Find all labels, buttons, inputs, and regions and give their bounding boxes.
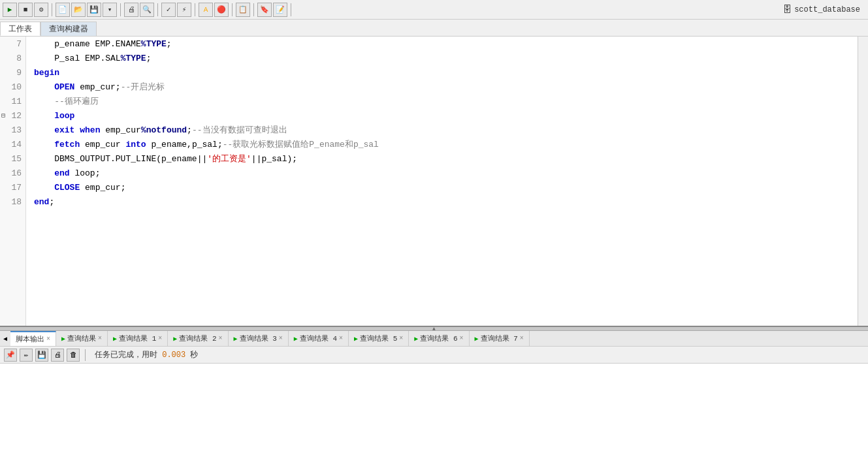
search-button[interactable]: 🔍 bbox=[140, 3, 154, 17]
bottom-tab-label-7: 查询结果 6 bbox=[420, 334, 457, 343]
extra-button[interactable]: 📝 bbox=[273, 3, 287, 17]
stop-button[interactable]: ■ bbox=[18, 3, 33, 17]
tab-play-icon-1: ▶ bbox=[61, 335, 65, 343]
db-name: scott_database bbox=[794, 5, 860, 14]
tab-play-icon-2: ▶ bbox=[113, 335, 117, 343]
bottom-tab-4[interactable]: ▶查询结果 3 × bbox=[229, 331, 289, 346]
bottom-tab-label-2: 查询结果 1 bbox=[119, 334, 156, 343]
fold-icon-12[interactable]: ⊟ bbox=[1, 112, 5, 119]
bottom-tab-label-5: 查询结果 4 bbox=[300, 334, 337, 343]
code-line-10: OPEN emp_cur;--开启光标 bbox=[26, 80, 858, 94]
editor-container: 7891011⊟12131415161718 p_ename EMP.ENAME… bbox=[0, 37, 868, 326]
status-message: 任务已完成，用时 0.003 秒 bbox=[95, 349, 198, 360]
bottom-tab-close-6[interactable]: × bbox=[399, 335, 403, 342]
bottom-tab-2[interactable]: ▶查询结果 1 × bbox=[108, 331, 168, 346]
vertical-scrollbar[interactable] bbox=[858, 37, 868, 326]
editor-tabs: 工作表 查询构建器 bbox=[0, 20, 868, 37]
open-button[interactable]: 📂 bbox=[71, 3, 86, 17]
bottom-tab-label-6: 查询结果 5 bbox=[360, 334, 397, 343]
code-line-7: p_ename EMP.ENAME%TYPE; bbox=[26, 37, 858, 51]
tab-play-icon-8: ▶ bbox=[475, 335, 479, 343]
sep7 bbox=[291, 3, 291, 16]
code-line-16: end loop; bbox=[26, 166, 858, 180]
pin-button[interactable]: 📌 bbox=[4, 349, 17, 362]
db-icon: 🗄 bbox=[782, 5, 792, 15]
code-editor[interactable]: p_ename EMP.ENAME%TYPE; P_sal EMP.SAL%TY… bbox=[26, 37, 858, 326]
history-button[interactable]: 🔖 bbox=[257, 3, 272, 17]
bottom-tab-5[interactable]: ▶查询结果 4 × bbox=[289, 331, 349, 346]
bottom-tab-label-8: 查询结果 7 bbox=[481, 334, 518, 343]
bottom-tab-close-1[interactable]: × bbox=[98, 335, 102, 342]
code-line-9: begin bbox=[26, 65, 858, 80]
output-toolbar: 📌 ✏ 💾 🖨 🗑 任务已完成，用时 0.003 秒 bbox=[0, 347, 868, 364]
sep4 bbox=[195, 3, 195, 16]
line-num-14: 14 bbox=[0, 137, 25, 151]
bottom-tab-8[interactable]: ▶查询结果 7 × bbox=[470, 331, 530, 346]
code-line-14: fetch emp_cur into p_ename,p_sal;--获取光标数… bbox=[26, 137, 858, 151]
sep2 bbox=[120, 3, 121, 16]
bottom-sep bbox=[85, 349, 86, 361]
paste-button[interactable]: 📋 bbox=[236, 3, 250, 17]
code-line-8: P_sal EMP.SAL%TYPE; bbox=[26, 51, 858, 65]
code-line-15: DBMS_OUTPUT.PUT_LINE(p_ename||'的工资是'||p_… bbox=[26, 151, 858, 166]
tab-play-icon-3: ▶ bbox=[173, 335, 177, 343]
tab-worksheet[interactable]: 工作表 bbox=[0, 22, 40, 36]
print-button[interactable]: 🖨 bbox=[124, 3, 138, 17]
check-button[interactable]: ✓ bbox=[161, 3, 176, 17]
line-num-17: 17 bbox=[0, 180, 25, 195]
tab-play-icon-6: ▶ bbox=[354, 335, 358, 343]
db-connection-label: 🗄 scott_database bbox=[782, 5, 865, 15]
save-button[interactable]: 💾 bbox=[87, 3, 101, 17]
line-num-11: 11 bbox=[0, 94, 25, 108]
bottom-tab-close-5[interactable]: × bbox=[339, 335, 343, 342]
code-line-11: --循环遍历 bbox=[26, 94, 858, 108]
bottom-tab-close-2[interactable]: × bbox=[158, 335, 162, 342]
line-num-12: ⊟12 bbox=[0, 108, 25, 123]
bottom-tab-6[interactable]: ▶查询结果 5 × bbox=[349, 331, 409, 346]
line-numbers: 7891011⊟12131415161718 bbox=[0, 37, 26, 326]
print-output-button[interactable]: 🖨 bbox=[51, 349, 64, 362]
bottom-tab-close-4[interactable]: × bbox=[279, 335, 283, 342]
line-num-9: 9 bbox=[0, 65, 25, 80]
run-button[interactable]: ▶ bbox=[3, 3, 17, 17]
edit-output-button[interactable]: ✏ bbox=[20, 349, 33, 362]
code-line-12: loop bbox=[26, 108, 858, 123]
sep5 bbox=[232, 3, 233, 16]
new-button[interactable]: 📄 bbox=[56, 3, 70, 17]
tabs-scroll-left[interactable]: ◀ bbox=[0, 331, 10, 347]
bottom-tab-label-0: 脚本输出 bbox=[16, 334, 44, 344]
output-content bbox=[0, 364, 868, 453]
tab-play-icon-5: ▶ bbox=[294, 335, 298, 343]
dropdown1[interactable]: ▾ bbox=[103, 3, 117, 17]
bottom-tab-3[interactable]: ▶查询结果 2 × bbox=[168, 331, 228, 346]
bottom-tab-0[interactable]: 脚本输出 × bbox=[10, 331, 56, 346]
bottom-tabs-bar: ◀ 脚本输出 ×▶查询结果 ×▶查询结果 1 ×▶查询结果 2 ×▶查询结果 3… bbox=[0, 331, 868, 347]
code-line-17: CLOSE emp_cur; bbox=[26, 180, 858, 195]
bottom-tab-close-0[interactable]: × bbox=[46, 336, 50, 343]
bottom-tab-label-1: 查询结果 bbox=[67, 334, 96, 343]
save-output-button[interactable]: 💾 bbox=[35, 349, 48, 362]
bottom-tab-7[interactable]: ▶查询结果 6 × bbox=[409, 331, 469, 346]
clear-output-button[interactable]: 🗑 bbox=[67, 349, 80, 362]
bottom-tab-close-8[interactable]: × bbox=[520, 335, 524, 342]
tab-query-builder[interactable]: 查询构建器 bbox=[40, 22, 97, 36]
line-num-10: 10 bbox=[0, 80, 25, 94]
code-line-18: end; bbox=[26, 195, 858, 209]
exec-button[interactable]: ⚡ bbox=[177, 3, 191, 17]
sep3 bbox=[157, 3, 158, 16]
tab-play-icon-7: ▶ bbox=[414, 335, 418, 343]
line-num-16: 16 bbox=[0, 166, 25, 180]
bottom-tab-close-7[interactable]: × bbox=[460, 335, 464, 342]
highlight-button[interactable]: A bbox=[199, 3, 213, 17]
line-num-8: 8 bbox=[0, 51, 25, 65]
code-line-13: exit when emp_cur%notfound;--当没有数据可查时退出 bbox=[26, 123, 858, 137]
line-num-15: 15 bbox=[0, 151, 25, 166]
debug-button[interactable]: ⚙ bbox=[34, 3, 48, 17]
clear-button[interactable]: 🔴 bbox=[214, 3, 229, 17]
bottom-tab-1[interactable]: ▶查询结果 × bbox=[56, 331, 108, 346]
line-num-13: 13 bbox=[0, 123, 25, 137]
line-num-18: 18 bbox=[0, 195, 25, 209]
sep1 bbox=[52, 3, 52, 16]
bottom-panel: ▲ ◀ 脚本输出 ×▶查询结果 ×▶查询结果 1 ×▶查询结果 2 ×▶查询结果… bbox=[0, 326, 868, 453]
bottom-tab-close-3[interactable]: × bbox=[219, 335, 223, 342]
